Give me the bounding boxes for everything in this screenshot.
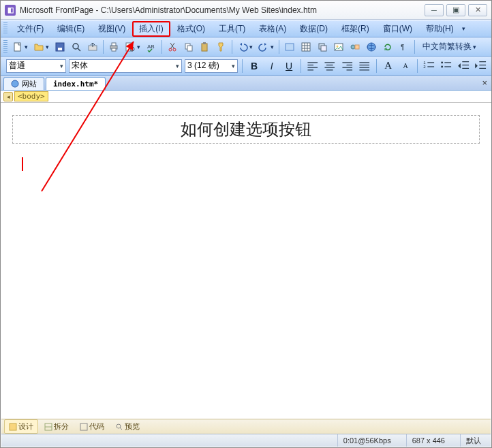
print-button[interactable] xyxy=(106,39,121,54)
hyperlink-button[interactable] xyxy=(364,39,379,54)
close-button[interactable]: ✕ xyxy=(468,4,487,16)
svg-text:2: 2 xyxy=(423,64,426,69)
increase-font-button[interactable]: A xyxy=(381,59,396,74)
view-preview[interactable]: 预览 xyxy=(110,419,144,434)
open-button[interactable]: ▾ xyxy=(31,39,51,54)
redo-button[interactable]: ▾ xyxy=(256,39,276,54)
tab-index-htm[interactable]: index.htm* xyxy=(46,77,106,90)
design-icon xyxy=(9,423,17,431)
svg-point-3 xyxy=(73,44,78,49)
globe-icon xyxy=(11,80,19,88)
app-icon: ◧ xyxy=(5,5,16,16)
italic-button[interactable]: I xyxy=(264,59,279,74)
decrease-indent-button[interactable] xyxy=(457,59,472,74)
paste-button[interactable] xyxy=(198,39,213,54)
status-mode[interactable]: 默认 xyxy=(460,434,487,447)
align-right-button[interactable] xyxy=(340,59,355,74)
toolbar-separator xyxy=(242,59,243,73)
text-cursor xyxy=(22,157,23,171)
bold-button[interactable]: B xyxy=(247,59,262,74)
window-title: Microsoft FrontPage - C:\Users\Administr… xyxy=(20,5,425,15)
svg-rect-19 xyxy=(302,43,310,51)
style-combo[interactable]: 普通▾ xyxy=(6,59,66,73)
tab-file-label: index.htm* xyxy=(53,80,98,89)
view-code[interactable]: 代码 xyxy=(75,419,109,434)
svg-text:AB: AB xyxy=(147,44,155,50)
view-split[interactable]: 拆分 xyxy=(40,419,74,434)
insert-picture-button[interactable] xyxy=(331,39,346,54)
increase-indent-button[interactable] xyxy=(474,59,489,74)
menu-overflow-icon[interactable]: ▾ xyxy=(462,25,465,32)
underline-button[interactable]: U xyxy=(281,59,296,74)
publish-button[interactable] xyxy=(85,39,100,54)
new-button[interactable]: ▾ xyxy=(10,39,30,54)
menu-insert[interactable]: 插入(I) xyxy=(132,21,170,37)
svg-rect-66 xyxy=(10,423,16,430)
spelling-button[interactable]: AB xyxy=(144,39,159,54)
view-mode-bar: 设计 拆分 代码 预览 xyxy=(1,419,491,434)
document-path: C:\Users\Administrator\Documents\My Web … xyxy=(101,5,317,15)
maximize-button[interactable]: ▣ xyxy=(446,4,465,16)
cut-button[interactable] xyxy=(165,39,180,54)
svg-rect-18 xyxy=(286,44,294,50)
menu-format[interactable]: 格式(O) xyxy=(170,21,212,37)
menu-frames[interactable]: 框架(R) xyxy=(335,21,376,37)
svg-point-55 xyxy=(442,65,444,67)
undo-button[interactable]: ▾ xyxy=(235,39,255,54)
code-icon xyxy=(80,423,88,431)
window-controls: ─ ▣ ✕ xyxy=(425,4,487,16)
menu-view[interactable]: 视图(V) xyxy=(91,21,132,37)
preview-icon xyxy=(115,423,123,431)
status-dimensions: 687 x 446 xyxy=(406,434,450,447)
heading-block[interactable]: 如何创建选项按钮 xyxy=(12,115,480,144)
numbered-list-button[interactable]: 12 xyxy=(422,59,437,74)
font-combo[interactable]: 宋体▾ xyxy=(69,59,182,73)
view-design-label: 设计 xyxy=(18,421,33,432)
align-justify-button[interactable] xyxy=(357,59,372,74)
menu-data[interactable]: 数据(D) xyxy=(293,21,335,37)
svg-rect-8 xyxy=(112,48,116,51)
menubar-grip[interactable] xyxy=(3,22,7,35)
insert-layer-button[interactable] xyxy=(315,39,330,54)
align-center-button[interactable] xyxy=(322,59,337,74)
bullet-list-button[interactable] xyxy=(439,59,454,74)
menu-tools[interactable]: 工具(T) xyxy=(212,21,252,37)
svg-text:¶: ¶ xyxy=(401,44,404,51)
view-design[interactable]: 设计 xyxy=(4,419,38,434)
preview-button[interactable]: ▾ xyxy=(123,39,142,54)
breadcrumb-back-button[interactable]: ◂ xyxy=(3,92,13,101)
menu-edit[interactable]: 编辑(E) xyxy=(50,21,91,37)
svg-rect-2 xyxy=(58,48,62,50)
svg-line-71 xyxy=(120,428,122,430)
insert-table-button[interactable] xyxy=(298,39,313,54)
copy-button[interactable] xyxy=(181,39,196,54)
minimize-button[interactable]: ─ xyxy=(425,4,444,16)
chinese-convert-button[interactable]: 中文简繁转换▾ xyxy=(418,39,481,54)
view-preview-label: 预览 xyxy=(125,421,140,432)
search-button[interactable] xyxy=(69,39,84,54)
menu-window[interactable]: 窗口(W) xyxy=(376,21,419,37)
web-component-button[interactable] xyxy=(282,39,297,54)
tag-breadcrumb: ◂ <body> xyxy=(1,91,491,103)
drawing-button[interactable] xyxy=(348,39,363,54)
menu-help[interactable]: 帮助(H) xyxy=(419,21,461,37)
format-painter-button[interactable] xyxy=(214,39,229,54)
menu-table[interactable]: 表格(A) xyxy=(252,21,293,37)
save-button[interactable] xyxy=(52,39,67,54)
align-left-button[interactable] xyxy=(305,59,320,74)
stop-button[interactable]: ¶ xyxy=(397,39,412,54)
svg-rect-17 xyxy=(203,42,206,44)
editing-canvas[interactable]: 如何创建选项按钮 xyxy=(1,104,491,419)
size-combo[interactable]: 3 (12 磅)▾ xyxy=(185,59,238,73)
tab-close-button[interactable]: × xyxy=(482,78,487,88)
tab-website[interactable]: 网站 xyxy=(3,77,44,90)
menu-file[interactable]: 文件(F) xyxy=(10,21,50,37)
refresh-button[interactable] xyxy=(380,39,395,54)
decrease-font-button[interactable]: A xyxy=(398,59,413,74)
body-tag-chip[interactable]: <body> xyxy=(14,91,48,101)
svg-rect-0 xyxy=(14,43,20,51)
tab-website-label: 网站 xyxy=(22,79,37,89)
toolbar-grip[interactable] xyxy=(3,40,7,54)
toolbar-separator xyxy=(376,59,377,73)
font-value: 宋体 xyxy=(72,60,88,71)
